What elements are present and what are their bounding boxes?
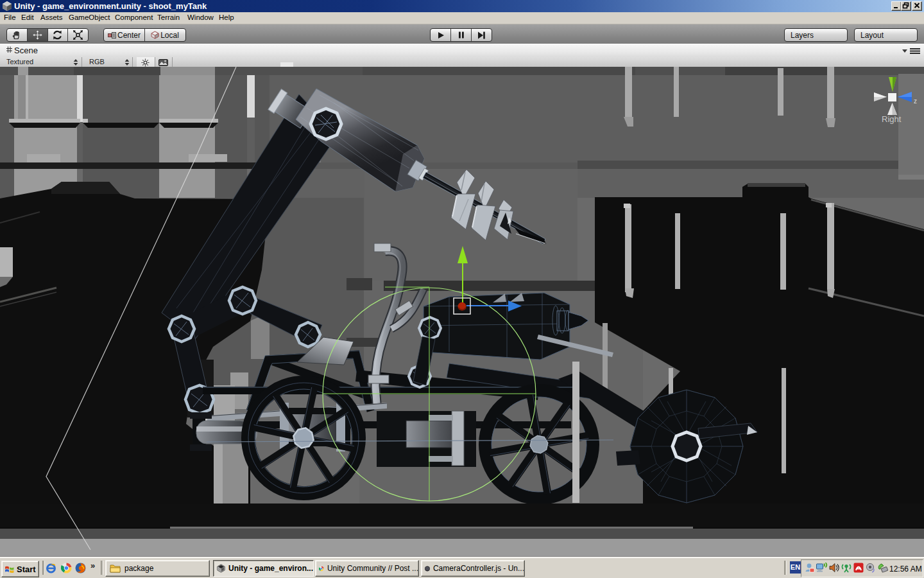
svg-text:Right: Right: [882, 114, 902, 124]
svg-text:z: z: [914, 98, 917, 105]
